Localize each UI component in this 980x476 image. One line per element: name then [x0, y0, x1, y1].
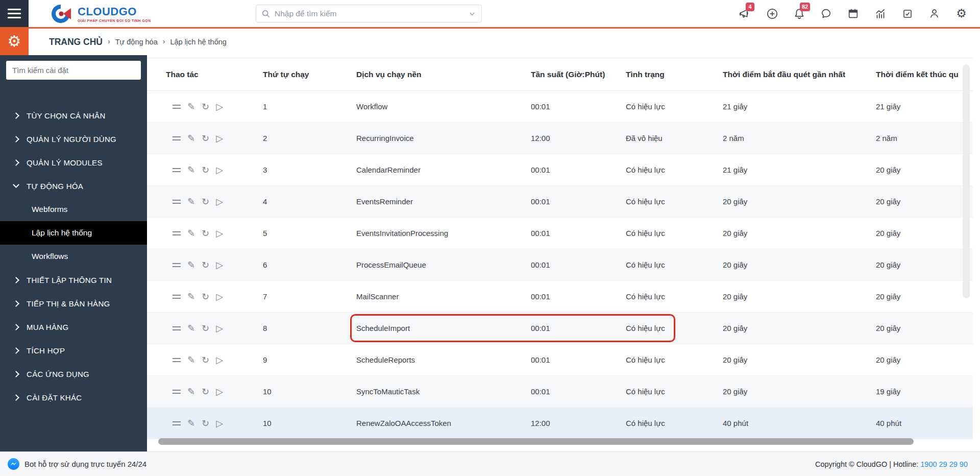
- drag-handle-icon[interactable]: [173, 136, 181, 140]
- sidebar-menu-item[interactable]: QUẢN LÝ MODULES: [0, 151, 147, 174]
- run-play-icon[interactable]: ▷: [216, 324, 223, 333]
- col-header-service: Dịch vụ chạy nền: [356, 58, 531, 91]
- cell-service: Workflow: [356, 91, 531, 123]
- cell-run-order: 10: [263, 408, 356, 439]
- drag-handle-icon[interactable]: [173, 390, 181, 394]
- table-row[interactable]: ✎ ↻ ▷ 8 ScheduleImport 00:01 Có hiệu lực…: [147, 313, 973, 344]
- quick-create-icon[interactable]: [758, 0, 786, 27]
- chevron-down-icon[interactable]: [468, 10, 476, 18]
- calendar-icon[interactable]: [840, 0, 867, 27]
- hamburger-menu-icon[interactable]: [0, 0, 29, 27]
- run-play-icon[interactable]: ▷: [216, 260, 223, 270]
- drag-handle-icon[interactable]: [173, 326, 181, 330]
- logo-tagline: GIẢI PHÁP CHUYỂN ĐỔI SỐ TINH GỌN: [78, 19, 151, 22]
- table-row[interactable]: ✎ ↻ ▷ 9 ScheduleReports 00:01 Có hiệu lự…: [147, 344, 973, 376]
- table-row[interactable]: ✎ ↻ ▷ 6 ProcessEmailQueue 00:01 Có hiệu …: [147, 249, 973, 281]
- run-play-icon[interactable]: ▷: [216, 292, 223, 301]
- run-play-icon[interactable]: ▷: [216, 355, 223, 365]
- announcement-icon[interactable]: 4: [731, 0, 758, 27]
- breadcrumb-home[interactable]: TRANG CHỦ: [49, 37, 103, 47]
- edit-pencil-icon[interactable]: ✎: [187, 260, 195, 270]
- run-play-icon[interactable]: ▷: [216, 134, 223, 143]
- refresh-icon[interactable]: ↻: [202, 165, 209, 175]
- sidebar-menu-item[interactable]: Workflows: [0, 245, 147, 268]
- drag-handle-icon[interactable]: [173, 231, 181, 235]
- table-row[interactable]: ✎ ↻ ▷ 7 MailScanner 00:01 Có hiệu lực 20…: [147, 281, 973, 313]
- edit-pencil-icon[interactable]: ✎: [187, 324, 195, 333]
- edit-pencil-icon[interactable]: ✎: [187, 292, 195, 301]
- run-play-icon[interactable]: ▷: [216, 229, 223, 238]
- table-row[interactable]: ✎ ↻ ▷ 10 SyncToMauticTask 00:01 Có hiệu …: [147, 376, 973, 408]
- drag-handle-icon[interactable]: [173, 295, 181, 299]
- sidebar-menu-item[interactable]: THIẾT LẬP THÔNG TIN: [0, 268, 147, 292]
- table-row[interactable]: ✎ ↻ ▷ 4 EventsReminder 00:01 Có hiệu lực…: [147, 186, 973, 218]
- support-bot-link[interactable]: Bot hỗ trợ sử dụng trực tuyến 24/24: [7, 458, 146, 470]
- edit-pencil-icon[interactable]: ✎: [187, 102, 195, 111]
- sidebar-menu-item[interactable]: QUẢN LÝ NGƯỜI DÙNG: [0, 127, 147, 151]
- sidebar-menu-item[interactable]: Lập lịch hệ thống: [0, 221, 147, 245]
- sidebar-menu-item[interactable]: TÍCH HỢP: [0, 339, 147, 362]
- drag-handle-icon[interactable]: [173, 358, 181, 362]
- edit-pencil-icon[interactable]: ✎: [187, 229, 195, 238]
- refresh-icon[interactable]: ↻: [202, 387, 209, 396]
- drag-handle-icon[interactable]: [173, 168, 181, 172]
- sidebar-menu-item[interactable]: CÁC ỨNG DỤNG: [0, 362, 147, 386]
- run-play-icon[interactable]: ▷: [216, 419, 223, 428]
- run-play-icon[interactable]: ▷: [216, 165, 223, 175]
- breadcrumb-item-current[interactable]: Lập lịch hệ thống: [170, 38, 226, 46]
- sidebar-menu-item[interactable]: Webforms: [0, 198, 147, 221]
- global-search-input[interactable]: [275, 9, 468, 18]
- chevron-icon: [13, 277, 19, 283]
- edit-pencil-icon[interactable]: ✎: [187, 355, 195, 365]
- table-row[interactable]: ✎ ↻ ▷ 5 EventsInvitationProcessing 00:01…: [147, 218, 973, 249]
- table-row[interactable]: ✎ ↻ ▷ 1 Workflow 00:01 Có hiệu lực 21 gi…: [147, 91, 973, 123]
- refresh-icon[interactable]: ↻: [202, 134, 209, 143]
- vertical-scrollbar-thumb[interactable]: [963, 64, 970, 298]
- cloudgo-logo[interactable]: CLOUDGO GIẢI PHÁP CHUYỂN ĐỔI SỐ TINH GỌN: [50, 3, 151, 25]
- tasks-checkbox-icon[interactable]: [894, 0, 921, 27]
- edit-pencil-icon[interactable]: ✎: [187, 197, 195, 206]
- edit-pencil-icon[interactable]: ✎: [187, 165, 195, 175]
- table-row[interactable]: ✎ ↻ ▷ 10 RenewZaloOAAccessToken 12:00 Có…: [147, 408, 973, 439]
- run-play-icon[interactable]: ▷: [216, 387, 223, 396]
- hotline-number-link[interactable]: 1900 29 29 90: [920, 460, 968, 468]
- edit-pencil-icon[interactable]: ✎: [187, 134, 195, 143]
- run-play-icon[interactable]: ▷: [216, 197, 223, 206]
- sidebar-menu-item[interactable]: TIẾP THỊ & BÁN HÀNG: [0, 292, 147, 315]
- cell-frequency: 12:00: [531, 123, 626, 154]
- refresh-icon[interactable]: ↻: [202, 355, 209, 365]
- notifications-bell-icon[interactable]: 82: [786, 0, 813, 27]
- user-profile-icon[interactable]: [921, 0, 948, 27]
- global-search-box[interactable]: [256, 5, 482, 22]
- edit-pencil-icon[interactable]: ✎: [187, 387, 195, 396]
- refresh-icon[interactable]: ↻: [202, 419, 209, 428]
- edit-pencil-icon[interactable]: ✎: [187, 419, 195, 428]
- table-row[interactable]: ✎ ↻ ▷ 3 CalendarReminder 00:01 Có hiệu l…: [147, 154, 973, 186]
- settings-section-gear-icon[interactable]: ⚙: [0, 27, 29, 55]
- drag-handle-icon[interactable]: [173, 421, 181, 425]
- table-row[interactable]: ✎ ↻ ▷ 2 RecurringInvoice 12:00 Đã vô hiệ…: [147, 123, 973, 154]
- breadcrumb-item-automation[interactable]: Tự động hóa: [115, 38, 158, 46]
- sidebar-menu-item[interactable]: TỰ ĐỘNG HÓA: [0, 174, 147, 198]
- run-play-icon[interactable]: ▷: [216, 102, 223, 111]
- sidebar-menu-item[interactable]: TÙY CHỌN CÁ NHÂN: [0, 104, 147, 127]
- refresh-icon[interactable]: ↻: [202, 324, 209, 333]
- cell-service: ScheduleImport: [356, 313, 531, 344]
- sidebar-menu-item[interactable]: CÀI ĐẶT KHÁC: [0, 386, 147, 409]
- refresh-icon[interactable]: ↻: [202, 197, 209, 206]
- refresh-icon[interactable]: ↻: [202, 229, 209, 238]
- refresh-icon[interactable]: ↻: [202, 260, 209, 270]
- drag-handle-icon[interactable]: [173, 263, 181, 267]
- cell-scan-end: 19 giây: [876, 376, 973, 408]
- refresh-icon[interactable]: ↻: [202, 292, 209, 301]
- sidebar-search-input[interactable]: [6, 61, 141, 80]
- analytics-chart-icon[interactable]: [867, 0, 894, 27]
- drag-handle-icon[interactable]: [173, 200, 181, 204]
- horizontal-scrollbar-thumb[interactable]: [158, 438, 914, 445]
- cell-scan-end: 20 giây: [876, 154, 973, 186]
- chat-icon[interactable]: [813, 0, 840, 27]
- settings-gear-icon[interactable]: ⚙: [948, 0, 975, 27]
- sidebar-menu-item[interactable]: MUA HÀNG: [0, 315, 147, 339]
- drag-handle-icon[interactable]: [173, 105, 181, 109]
- refresh-icon[interactable]: ↻: [202, 102, 209, 111]
